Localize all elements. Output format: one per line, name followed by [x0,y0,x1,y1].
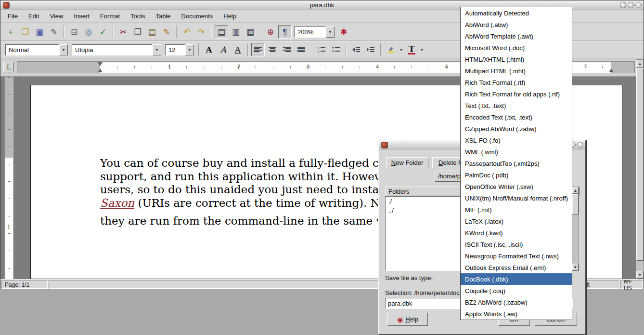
cut-button[interactable]: ✂ [116,25,130,39]
menu-edit[interactable]: Edit [23,11,44,21]
menu-help[interactable]: Help [218,11,242,21]
filetype-option[interactable]: BZ2 AbiWord (.bzabw) [461,296,572,308]
minimize-button[interactable] [620,2,626,8]
filetype-option[interactable]: Outlook Express Email (.eml) [461,262,572,273]
menu-file[interactable]: File [2,11,23,21]
filetype-option[interactable]: HTML/XHTML (.html) [461,54,572,65]
filetype-option[interactable]: GZipped AbiWord (.zabw) [461,123,572,134]
decrease-indent-button[interactable] [349,43,363,56]
tab-stop-selector[interactable]: L [3,62,14,72]
first-line-indent-marker[interactable] [98,62,103,66]
scroll-up-arrow[interactable]: ▲ [636,60,644,67]
underline-button[interactable]: A [231,43,245,56]
spellcheck-button[interactable]: ✓ [96,25,110,39]
align-left-button[interactable] [251,43,265,56]
language-indicator[interactable]: en-US [620,281,643,289]
style-combo[interactable]: Normal ▼ [5,44,68,55]
files-scrollbar-thumb[interactable] [572,194,579,214]
folder-list-item[interactable]: ./ [386,197,464,206]
align-center-button[interactable] [266,43,279,56]
files-scrollbar[interactable]: ▲ ▼ [572,187,579,271]
folders-list[interactable]: ./../ [385,196,464,271]
paste-button[interactable]: ▤ [145,25,159,39]
right-indent-marker[interactable] [609,68,614,72]
style-dropdown-arrow[interactable]: ▼ [59,44,68,55]
font-size-dropdown-arrow[interactable]: ▼ [185,44,194,55]
filetype-option[interactable]: Newsgroup Formatted Text (.nws) [461,250,572,262]
increase-indent-button[interactable] [364,43,377,56]
filetype-option[interactable]: Applix Words (.aw) [461,308,572,320]
filetype-option[interactable]: XSL-FO (.fo) [461,134,572,146]
font-dropdown-arrow[interactable]: ▼ [153,44,161,55]
font-color-dropdown-arrow[interactable]: ▼ [419,43,425,56]
filetype-option[interactable]: UNIX(tm) Nroff/Manual format (.nroff) [461,192,572,204]
menu-view[interactable]: View [44,11,68,21]
folders-header[interactable]: Folders [385,187,464,196]
filetype-option[interactable]: OpenOffice Writer (.sxw) [461,181,572,192]
zoom-combo[interactable]: 200%▼ [294,27,335,38]
filetype-option[interactable]: WML (.wml) [461,146,572,158]
document-scrollbar[interactable]: ▲ ▼ [636,59,644,279]
maximize-button[interactable] [628,2,634,8]
filetype-option[interactable]: ISCII Text (.isc, .iscii) [461,239,572,250]
view-web-button[interactable]: ▦ [244,25,257,39]
filetype-option[interactable]: PalmDoc (.pdb) [461,169,572,181]
vertical-ruler[interactable]: 1 [4,77,14,279]
insert-hyperlink-button[interactable]: ⊕ [264,25,277,39]
left-indent-marker[interactable] [98,68,103,72]
filetype-option[interactable]: DocBook (.dbk) [461,273,572,285]
align-justify-button[interactable] [295,43,308,56]
format-painter-button[interactable]: ✎ [160,25,173,39]
filetype-option[interactable]: AbiWord Template (.awt) [461,30,572,42]
undo-button[interactable]: ↶ [180,25,193,39]
font-combo[interactable]: Utopia ▼ [72,44,161,55]
new-document-button[interactable]: + [4,25,17,39]
help-button[interactable]: ◉ Help [387,313,428,326]
font-color-button[interactable]: T [405,43,418,56]
numbered-list-button[interactable]: 12 [315,43,328,56]
italic-button[interactable]: A [217,43,230,56]
folder-list-item[interactable]: ../ [386,206,464,215]
files-scroll-down-arrow[interactable]: ▼ [572,264,579,270]
new-folder-button[interactable]: New Folder [386,157,428,168]
filetype-option[interactable]: AbiWord (.abw) [461,19,572,30]
print-preview-button[interactable]: ◎ [82,25,95,39]
scrollbar-thumb[interactable] [636,68,644,261]
view-print-layout-button[interactable]: ▤ [215,25,228,39]
filetype-option[interactable]: Rich Text Format for old apps (.rtf) [461,88,572,100]
menu-format[interactable]: Format [95,11,125,21]
save-button[interactable]: ▣ [33,25,46,39]
open-button[interactable]: ❐ [18,25,32,39]
filetype-option[interactable]: Microsoft Word (.doc) [461,42,572,54]
filetype-option[interactable]: MIF (.mif) [461,204,572,215]
print-button[interactable]: ⊟ [67,25,81,39]
filetype-option[interactable]: Coquille (.coq) [461,285,572,296]
saxon-link[interactable]: Saxon [100,197,134,209]
zoom-whole-page-button[interactable]: ✱ [337,25,350,39]
view-normal-button[interactable]: ▥ [229,25,243,39]
show-formatting-button[interactable]: ¶ [278,25,292,39]
menu-documents[interactable]: Documents [176,11,218,21]
files-scroll-up-arrow[interactable]: ▲ [572,187,579,194]
font-size-combo[interactable]: 12 ▼ [165,44,194,55]
bold-button[interactable]: A [202,43,216,56]
zoom-dropdown-arrow[interactable]: ▼ [326,27,335,38]
filetype-option[interactable]: Automatically Detected [461,7,572,19]
filetype-option[interactable]: Multipart HTML (.mht) [461,65,572,77]
save-as-button[interactable]: ✎ [47,25,61,39]
redo-button[interactable]: ↷ [194,25,208,39]
align-right-button[interactable] [280,43,294,56]
filetype-option[interactable]: Text (.txt, .text) [461,100,572,111]
bullet-list-button[interactable] [329,43,343,56]
copy-button[interactable]: ❐ [131,25,144,39]
filetype-option[interactable]: Rich Text Format (.rtf) [461,77,572,88]
menu-tools[interactable]: Tools [125,11,150,21]
close-button[interactable] [635,2,642,8]
filetype-option[interactable]: PassepartoutToo (.xml2ps) [461,158,572,169]
filetype-option[interactable]: KWord (.kwd) [461,227,572,239]
highlight-color-button[interactable] [384,43,398,56]
highlight-color-dropdown-arrow[interactable]: ▼ [398,43,404,56]
filetype-option[interactable]: Encoded Text (.txt, .text) [461,111,572,123]
filetype-option[interactable]: LaTeX (.latex) [461,215,572,227]
menu-table[interactable]: Table [150,11,176,21]
